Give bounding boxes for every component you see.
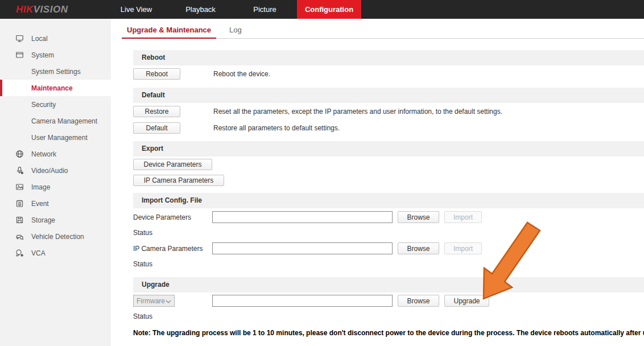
sidebar-item-label: Security — [31, 101, 56, 109]
section-header-upgrade: Upgrade — [133, 277, 644, 293]
status-label: Status — [133, 260, 152, 268]
sidebar-item-video-audio[interactable]: Video/Audio — [0, 162, 111, 179]
sidebar-item-label: Event — [31, 200, 49, 208]
sidebar-item-security[interactable]: Security — [0, 96, 111, 113]
sidebar-item-image[interactable]: Image — [0, 179, 111, 195]
microphone-icon — [15, 166, 24, 175]
sidebar-item-local[interactable]: Local — [0, 30, 111, 47]
main-nav: Live View Playback Picture Configuration — [104, 0, 361, 19]
reboot-row: Reboot Reboot the device. — [133, 68, 644, 80]
sidebar-item-label: Maintenance — [31, 84, 73, 92]
sidebar-item-label: Camera Management — [31, 117, 97, 125]
sidebar-item-label: System Settings — [31, 68, 81, 76]
ip-camera-parameters-status-row: Status — [133, 260, 644, 268]
sidebar-item-user-management[interactable]: User Management — [0, 129, 111, 146]
sidebar-item-label: System — [31, 51, 54, 59]
section-header-import-config: Import Config. File — [133, 193, 644, 208]
export-ip-camera-parameters-button[interactable]: IP Camera Parameters — [133, 175, 224, 186]
upgrade-type-selected-value: Firmware — [137, 297, 165, 305]
export-ip-camera-parameters-row: IP Camera Parameters — [133, 175, 644, 186]
restore-button[interactable]: Restore — [133, 106, 180, 117]
device-parameters-label: Device Parameters — [133, 213, 212, 221]
sidebar-item-storage[interactable]: Storage — [0, 212, 111, 228]
sidebar-item-vehicle-detection[interactable]: Vehicle Detection — [0, 228, 111, 245]
system-window-icon — [15, 51, 24, 59]
upgrade-status-row: Status — [133, 312, 644, 320]
upgrade-file-input[interactable] — [212, 295, 393, 307]
import-ip-camera-parameters-row: IP Camera Parameters Browse Import — [133, 242, 644, 254]
sidebar-item-label: Video/Audio — [31, 167, 68, 175]
upgrade-browse-button[interactable]: Browse — [398, 295, 439, 307]
sidebar-item-label: Local — [31, 35, 48, 43]
restore-description: Reset all the parameters, except the IP … — [213, 108, 502, 116]
sidebar-item-event[interactable]: Event — [0, 195, 111, 212]
hikvision-logo: HIKVISION — [16, 0, 68, 19]
status-label: Status — [133, 229, 152, 237]
vca-icon — [15, 249, 24, 257]
import-device-parameters-row: Device Parameters Browse Import — [133, 211, 644, 223]
tab-upgrade-maintenance[interactable]: Upgrade & Maintenance — [122, 19, 216, 39]
default-row: Default Restore all parameters to defaul… — [133, 122, 644, 134]
notepad-icon — [15, 199, 24, 208]
ip-camera-parameters-label: IP Camera Parameters — [133, 245, 212, 253]
sidebar-item-network[interactable]: Network — [0, 146, 111, 162]
device-parameters-status-row: Status — [133, 229, 644, 237]
sidebar-item-label: User Management — [31, 134, 88, 142]
ip-camera-parameters-input[interactable] — [212, 242, 393, 254]
main-content: Upgrade & Maintenance Log Reboot Reboot … — [111, 19, 644, 346]
floppy-disk-icon — [15, 216, 24, 224]
sidebar-item-camera-management[interactable]: Camera Management — [0, 113, 111, 129]
section-header-export: Export — [133, 141, 644, 156]
sidebar: Local System System Settings Maintenance… — [0, 19, 111, 346]
device-parameters-import-button[interactable]: Import — [444, 211, 482, 223]
export-device-parameters-button[interactable]: Device Parameters — [133, 159, 212, 170]
sidebar-item-label: Image — [31, 183, 50, 191]
sidebar-item-label: VCA — [31, 249, 46, 257]
reboot-button[interactable]: Reboot — [133, 68, 180, 80]
ip-camera-parameters-import-button[interactable]: Import — [444, 242, 482, 254]
sidebar-item-label: Network — [31, 150, 56, 158]
reboot-description: Reboot the device. — [213, 70, 270, 78]
tab-log[interactable]: Log — [224, 19, 247, 39]
logo-text-vision: VISION — [34, 4, 68, 15]
sidebar-item-system-settings[interactable]: System Settings — [0, 63, 111, 80]
content-body: Reboot Reboot Reboot the device. Default… — [133, 50, 644, 337]
upgrade-button[interactable]: Upgrade — [444, 295, 489, 307]
section-header-default: Default — [133, 88, 644, 103]
logo-text-hik: HIK — [16, 4, 34, 15]
nav-tab-playback[interactable]: Playback — [168, 0, 233, 19]
status-label: Status — [133, 312, 152, 320]
default-button[interactable]: Default — [133, 122, 180, 134]
sidebar-item-vca[interactable]: VCA — [0, 245, 111, 261]
nav-tab-live-view[interactable]: Live View — [104, 0, 168, 19]
device-parameters-browse-button[interactable]: Browse — [398, 211, 439, 223]
globe-icon — [15, 150, 24, 158]
section-header-reboot: Reboot — [133, 50, 644, 65]
ip-camera-parameters-browse-button[interactable]: Browse — [398, 242, 439, 254]
chevron-down-icon — [166, 297, 171, 305]
nav-tab-picture[interactable]: Picture — [233, 0, 297, 19]
monitor-icon — [15, 34, 24, 43]
upgrade-type-select[interactable]: Firmware — [133, 295, 175, 307]
sidebar-item-maintenance[interactable]: Maintenance — [0, 80, 111, 96]
default-description: Restore all parameters to default settin… — [213, 124, 340, 132]
restore-row: Restore Reset all the parameters, except… — [133, 106, 644, 117]
vehicle-search-icon — [15, 232, 24, 241]
sidebar-item-label: Storage — [31, 216, 55, 224]
content-tab-bar: Upgrade & Maintenance Log — [122, 19, 644, 39]
image-icon — [15, 183, 24, 191]
nav-tab-configuration[interactable]: Configuration — [297, 0, 361, 19]
sidebar-item-system[interactable]: System — [0, 47, 111, 63]
upgrade-note: Note: The upgrading process will be 1 to… — [133, 329, 644, 337]
upgrade-row: Firmware Browse Upgrade — [133, 295, 644, 307]
top-bar: HIKVISION Live View Playback Picture Con… — [0, 0, 644, 19]
device-parameters-input[interactable] — [212, 211, 393, 223]
export-device-parameters-row: Device Parameters — [133, 159, 644, 170]
sidebar-item-label: Vehicle Detection — [31, 233, 84, 241]
